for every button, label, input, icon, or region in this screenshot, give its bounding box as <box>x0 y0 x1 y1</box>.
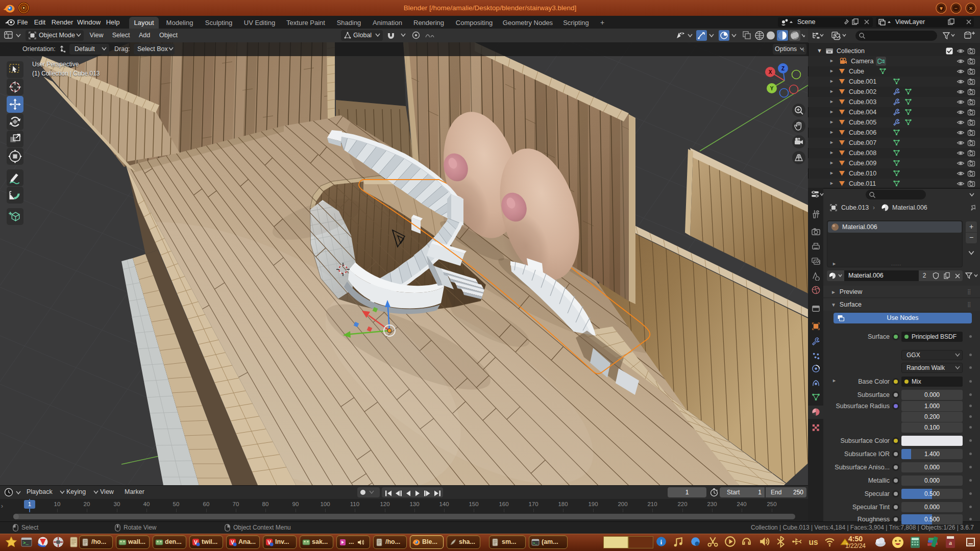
svg-text:−: − <box>954 6 958 11</box>
svg-text:▼: ▼ <box>939 6 944 11</box>
svg-text:us: us <box>808 538 818 546</box>
svg-text:>_: >_ <box>23 541 29 546</box>
svg-text:Z: Z <box>781 66 785 71</box>
svg-text:Y: Y <box>770 86 774 91</box>
svg-text:i: i <box>660 538 663 546</box>
svg-text:a: a <box>949 539 952 546</box>
svg-text:X: X <box>769 69 772 75</box>
svg-text:✕: ✕ <box>969 6 973 11</box>
svg-text:>_: >_ <box>533 541 537 545</box>
